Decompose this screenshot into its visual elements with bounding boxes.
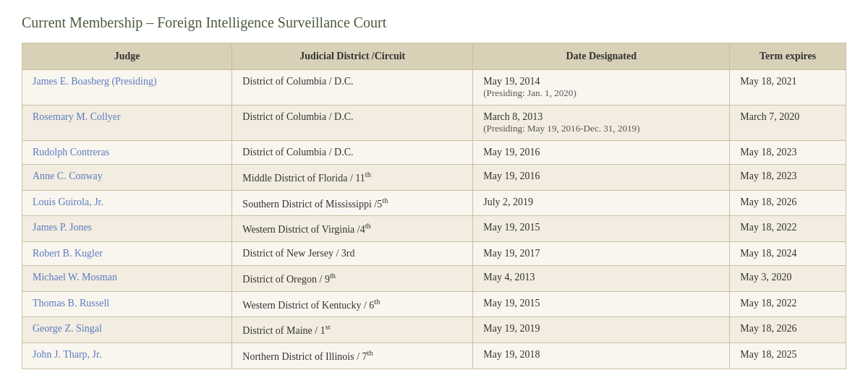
date-designated-cell: July 2, 2019	[473, 190, 730, 216]
table-row: James E. Boasberg (Presiding)District of…	[22, 70, 846, 105]
judge-name-link[interactable]: Louis Guirola, Jr.	[33, 197, 103, 207]
term-expires-cell: May 18, 2026	[730, 190, 846, 216]
term-expires-cell: May 18, 2026	[730, 317, 846, 343]
term-expires-cell: May 18, 2021	[730, 70, 846, 105]
district-cell: District of Columbia / D.C.	[232, 141, 473, 165]
judge-name-link[interactable]: Rudolph Contreras	[33, 147, 109, 158]
table-row: Thomas B. RussellWestern District of Ken…	[22, 291, 846, 317]
term-expires-cell: March 7, 2020	[730, 105, 846, 141]
judge-name-link[interactable]: Anne C. Conway	[33, 171, 103, 181]
table-row: Michael W. MosmanDistrict of Oregon / 9t…	[22, 265, 846, 291]
col-header-term: Term expires	[730, 43, 846, 70]
date-designated-cell: May 19, 2018	[473, 342, 730, 368]
term-expires-cell: May 3, 2020	[730, 265, 846, 291]
judge-name-link[interactable]: George Z. Singal	[33, 323, 102, 334]
district-cell: Western District of Virginia /4th	[232, 216, 473, 242]
date-designated-cell: May 19, 2016	[473, 165, 730, 191]
date-designated-cell: March 8, 2013(Presiding: May 19, 2016-De…	[473, 105, 730, 141]
date-designated-cell: May 19, 2015	[473, 216, 730, 242]
table-row: James P. JonesWestern District of Virgin…	[22, 216, 846, 242]
district-cell: Western District of Kentucky / 6th	[232, 291, 473, 317]
table-row: Robert B. KuglerDistrict of New Jersey /…	[22, 241, 846, 265]
date-sub-text: (Presiding: May 19, 2016-Dec. 31, 2019)	[483, 123, 639, 134]
judge-cell: John J. Tharp, Jr.	[22, 342, 232, 368]
judge-cell: Thomas B. Russell	[22, 291, 232, 317]
table-row: Anne C. ConwayMiddle District of Florida…	[22, 165, 846, 191]
judge-name-link[interactable]: James P. Jones	[33, 222, 92, 233]
district-cell: District of Oregon / 9th	[232, 265, 473, 291]
col-header-judge: Judge	[22, 43, 232, 70]
judge-cell: Louis Guirola, Jr.	[22, 190, 232, 216]
table-row: Louis Guirola, Jr.Southern District of M…	[22, 190, 846, 216]
date-designated-cell: May 19, 2014(Presiding: Jan. 1, 2020)	[473, 70, 730, 105]
date-designated-cell: May 19, 2015	[473, 291, 730, 317]
judge-name-link[interactable]: Thomas B. Russell	[33, 298, 109, 309]
judge-cell: George Z. Singal	[22, 317, 232, 343]
district-cell: District of Columbia / D.C.	[232, 70, 473, 105]
page-title: Current Membership – Foreign Intelligenc…	[22, 14, 846, 31]
term-expires-cell: May 18, 2025	[730, 342, 846, 368]
table-header-row: Judge Judicial District /Circuit Date De…	[22, 43, 846, 70]
district-cell: District of Columbia / D.C.	[232, 105, 473, 141]
term-expires-cell: May 18, 2023	[730, 141, 846, 165]
district-cell: Middle District of Florida / 11th	[232, 165, 473, 191]
term-expires-cell: May 18, 2024	[730, 241, 846, 265]
term-expires-cell: May 18, 2022	[730, 291, 846, 317]
judge-name-link[interactable]: John J. Tharp, Jr.	[33, 349, 101, 360]
district-cell: District of Maine / 1st	[232, 317, 473, 343]
table-row: Rosemary M. CollyerDistrict of Columbia …	[22, 105, 846, 141]
date-sub-text: (Presiding: Jan. 1, 2020)	[483, 87, 576, 98]
district-cell: Northern District of Illinois / 7th	[232, 342, 473, 368]
col-header-district: Judicial District /Circuit	[232, 43, 473, 70]
judge-cell: Robert B. Kugler	[22, 241, 232, 265]
judge-name-link[interactable]: Robert B. Kugler	[33, 248, 103, 259]
table-row: John J. Tharp, Jr.Northern District of I…	[22, 342, 846, 368]
judge-name-link[interactable]: James E. Boasberg (Presiding)	[33, 76, 157, 87]
date-designated-cell: May 4, 2013	[473, 265, 730, 291]
district-cell: District of New Jersey / 3rd	[232, 241, 473, 265]
membership-table: Judge Judicial District /Circuit Date De…	[22, 43, 846, 369]
judge-cell: Anne C. Conway	[22, 165, 232, 191]
date-designated-cell: May 19, 2016	[473, 141, 730, 165]
judge-name-link[interactable]: Rosemary M. Collyer	[33, 111, 121, 122]
table-row: George Z. SingalDistrict of Maine / 1stM…	[22, 317, 846, 343]
date-designated-cell: May 19, 2017	[473, 241, 730, 265]
judge-cell: Rosemary M. Collyer	[22, 105, 232, 141]
col-header-date: Date Designated	[473, 43, 730, 70]
judge-name-link[interactable]: Michael W. Mosman	[33, 272, 117, 283]
judge-cell: Michael W. Mosman	[22, 265, 232, 291]
term-expires-cell: May 18, 2023	[730, 165, 846, 191]
table-row: Rudolph ContrerasDistrict of Columbia / …	[22, 141, 846, 165]
judge-cell: Rudolph Contreras	[22, 141, 232, 165]
judge-cell: James E. Boasberg (Presiding)	[22, 70, 232, 105]
judge-cell: James P. Jones	[22, 216, 232, 242]
date-designated-cell: May 19, 2019	[473, 317, 730, 343]
term-expires-cell: May 18, 2022	[730, 216, 846, 242]
district-cell: Southern District of Mississippi /5th	[232, 190, 473, 216]
